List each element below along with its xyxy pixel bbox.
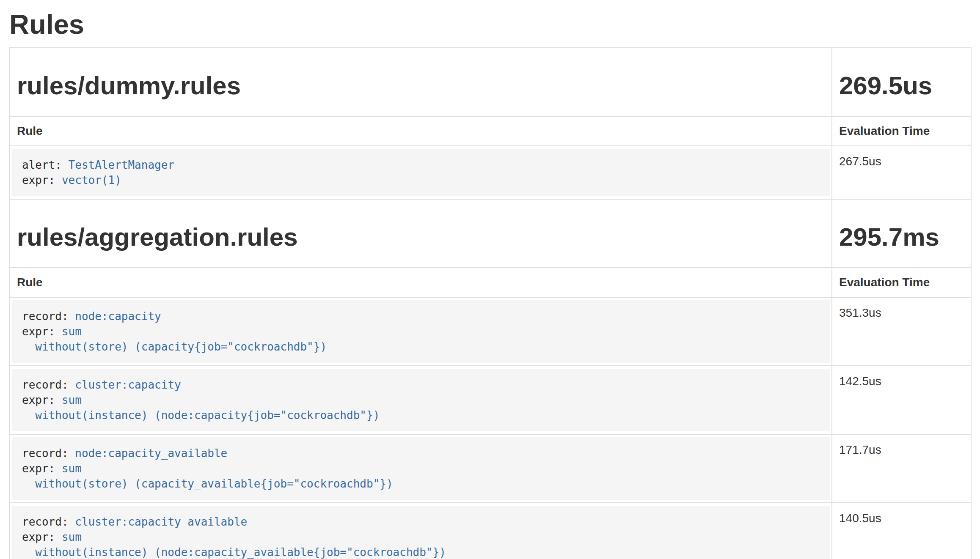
column-header-row: Rule Evaluation Time xyxy=(10,116,971,146)
rule-row: record: node:capacity_available expr: su… xyxy=(10,434,971,503)
rule-name-link[interactable]: TestAlertManager xyxy=(69,159,174,171)
rules-table: rules/dummy.rules 269.5us Rule Evaluatio… xyxy=(9,47,972,559)
rules-page: Rules rules/dummy.rules 269.5us Rule Eva… xyxy=(0,8,980,559)
rule-definition: record: cluster:capacity_available expr:… xyxy=(12,506,830,559)
rule-kind-label: alert: xyxy=(22,159,62,171)
rule-definition: record: node:capacity expr: sum without(… xyxy=(12,300,830,363)
rule-kind-label: record: xyxy=(22,310,69,323)
rule-definition: alert: TestAlertManager expr: vector(1) xyxy=(12,149,830,196)
rule-name-link[interactable]: node:capacity xyxy=(75,310,161,323)
rule-expr-label: expr: xyxy=(22,462,55,475)
rule-row: record: node:capacity expr: sum without(… xyxy=(10,297,971,366)
rule-name-link[interactable]: node:capacity_available xyxy=(75,447,227,460)
rule-expr-link[interactable]: sum without(instance) (node:capacity_ava… xyxy=(22,531,446,559)
group-eval-time: 295.7ms xyxy=(839,223,964,251)
rule-column-header: Rule xyxy=(10,268,832,297)
rule-name-link[interactable]: cluster:capacity xyxy=(75,378,181,391)
rule-expr-label: expr: xyxy=(22,394,55,406)
rule-definition: record: cluster:capacity expr: sum witho… xyxy=(12,369,830,431)
eval-time-column-header: Evaluation Time xyxy=(832,116,971,146)
rule-expr-label: expr: xyxy=(22,531,55,543)
column-header-row: Rule Evaluation Time xyxy=(10,268,971,297)
rule-definition: record: node:capacity_available expr: su… xyxy=(12,437,830,500)
group-header-row: rules/aggregation.rules 295.7ms xyxy=(10,199,971,268)
rule-expr-link[interactable]: sum without(store) (capacity_available{j… xyxy=(22,462,393,490)
rule-eval-time: 142.5us xyxy=(832,366,971,434)
group-file-title: rules/aggregation.rules xyxy=(17,223,825,251)
group-eval-time: 269.5us xyxy=(839,72,964,100)
rule-column-header: Rule xyxy=(10,116,832,146)
rule-kind-label: record: xyxy=(22,378,69,391)
rule-row: record: cluster:capacity expr: sum witho… xyxy=(10,366,971,434)
rule-eval-time: 140.5us xyxy=(832,503,971,559)
rule-expr-link[interactable]: vector(1) xyxy=(62,174,121,186)
rule-name-link[interactable]: cluster:capacity_available xyxy=(75,515,247,528)
rule-expr-label: expr: xyxy=(22,325,55,338)
group-header-row: rules/dummy.rules 269.5us xyxy=(10,48,971,116)
rule-row: alert: TestAlertManager expr: vector(1) … xyxy=(10,146,971,199)
eval-time-column-header: Evaluation Time xyxy=(832,268,971,297)
rule-expr-link[interactable]: sum without(store) (capacity{job="cockro… xyxy=(22,325,327,353)
rule-expr-label: expr: xyxy=(22,174,55,186)
rule-kind-label: record: xyxy=(22,447,69,460)
rule-row: record: cluster:capacity_available expr:… xyxy=(10,503,971,559)
rule-eval-time: 171.7us xyxy=(832,434,971,503)
group-file-title: rules/dummy.rules xyxy=(17,72,825,100)
rule-kind-label: record: xyxy=(22,515,69,528)
rule-expr-link[interactable]: sum without(instance) (node:capacity{job… xyxy=(22,394,380,422)
rule-eval-time: 267.5us xyxy=(832,146,971,199)
rule-eval-time: 351.3us xyxy=(832,297,971,366)
page-title: Rules xyxy=(9,8,971,41)
